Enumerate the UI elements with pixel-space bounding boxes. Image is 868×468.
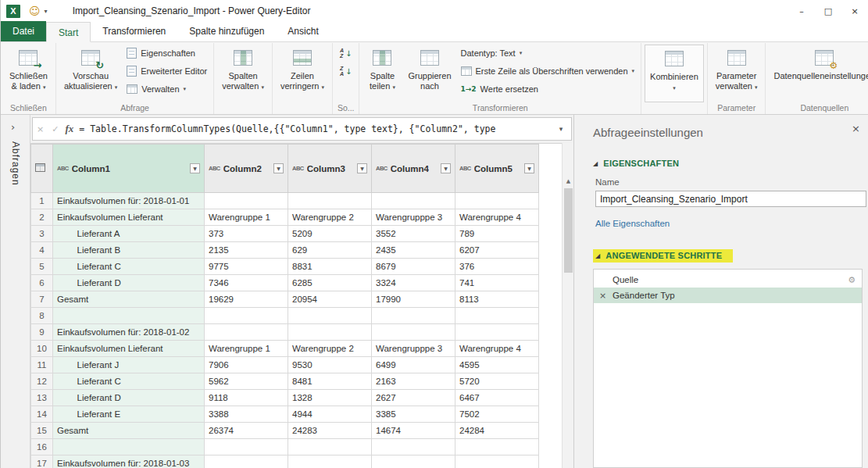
grid-cell[interactable]: 7502	[455, 406, 539, 423]
grid-cell[interactable]: Warengruppe 4	[455, 341, 539, 357]
split-column-button[interactable]: Spalte teilen ▾	[363, 45, 402, 102]
feedback-smiley-icon[interactable]: ☺	[29, 5, 41, 16]
column-header-column2[interactable]: ABCColumn2▼	[205, 145, 288, 193]
grid-cell[interactable]: 3324	[372, 275, 455, 291]
grid-cell[interactable]	[288, 455, 372, 468]
grid-cell[interactable]: 2435	[372, 242, 455, 259]
grid-cell[interactable]: 6467	[455, 390, 539, 406]
row-number[interactable]: 9	[31, 324, 53, 341]
filter-dropdown-icon[interactable]: ▼	[524, 163, 534, 173]
tab-ansicht[interactable]: Ansicht	[276, 21, 330, 41]
grid-cell[interactable]	[455, 455, 539, 468]
applied-step[interactable]: Quelle⚙	[594, 272, 862, 288]
all-properties-link[interactable]: Alle Eigenschaften	[574, 219, 868, 228]
grid-cell[interactable]: Lieferant D	[53, 390, 205, 406]
row-number[interactable]: 15	[31, 423, 53, 439]
grid-cell[interactable]: Lieferant D	[53, 275, 205, 291]
grid-cell[interactable]	[205, 455, 288, 468]
grid-cell[interactable]: 20954	[288, 291, 372, 308]
vertical-scrollbar[interactable]: ▲	[562, 143, 573, 468]
refresh-preview-button[interactable]: ↻ Vorschau aktualisieren ▾	[59, 45, 122, 102]
grid-cell[interactable]: Warengruppe 2	[288, 209, 372, 226]
grid-cell[interactable]: 7906	[205, 357, 288, 373]
grid-cell[interactable]: 6285	[288, 275, 372, 291]
grid-cell[interactable]	[372, 455, 455, 468]
grid-cell[interactable]: 8113	[455, 291, 539, 308]
use-first-row-as-headers-button[interactable]: Erste Zeile als Überschriften verwenden …	[458, 63, 638, 80]
grid-cell[interactable]: 8679	[372, 259, 455, 275]
scroll-up-icon[interactable]: ▲	[563, 176, 574, 187]
row-number[interactable]: 17	[31, 455, 53, 468]
grid-cell[interactable]	[288, 308, 372, 324]
grid-cell[interactable]: 5720	[455, 373, 539, 390]
grid-cell[interactable]: Warengrupppe 3	[372, 341, 455, 357]
minimize-button[interactable]: –	[788, 0, 815, 22]
scrollbar-thumb[interactable]	[564, 188, 573, 273]
row-number[interactable]: 11	[31, 357, 53, 373]
queries-pane-label[interactable]: Abfragen	[10, 141, 21, 186]
grid-cell[interactable]	[372, 193, 455, 209]
grid-cell[interactable]: 789	[455, 226, 539, 242]
row-number[interactable]: 2	[31, 209, 53, 226]
grid-cell[interactable]: 3552	[372, 226, 455, 242]
grid-cell[interactable]: 8481	[288, 373, 372, 390]
close-and-load-button[interactable]: → Schließen & laden ▾	[5, 45, 52, 102]
applied-step[interactable]: ×Geänderter Typ	[594, 288, 862, 303]
grid-cell[interactable]: 373	[205, 226, 288, 242]
grid-cell[interactable]: 24284	[455, 423, 539, 439]
grid-cell[interactable]: Lieferant C	[53, 373, 205, 390]
grid-cell[interactable]	[205, 308, 288, 324]
manage-parameters-button[interactable]: Parameter verwalten ▾	[711, 45, 763, 102]
grid-cell[interactable]	[53, 439, 205, 455]
column-header-column3[interactable]: ABCColumn3▼	[288, 145, 372, 193]
grid-cell[interactable]: 14674	[372, 423, 455, 439]
row-number[interactable]: 1	[31, 193, 53, 209]
grid-cell[interactable]: Warengruppe 4	[455, 209, 539, 226]
grid-cell[interactable]	[288, 324, 372, 341]
grid-cell[interactable]: 1328	[288, 390, 372, 406]
grid-cell[interactable]: 3385	[372, 406, 455, 423]
grid-cell[interactable]: Lieferant A	[53, 226, 205, 242]
grid-cell[interactable]	[205, 324, 288, 341]
grid-cell[interactable]: 26374	[205, 423, 288, 439]
expand-queries-pane-icon[interactable]: ›	[11, 121, 15, 133]
filter-dropdown-icon[interactable]: ▼	[441, 163, 451, 173]
filter-dropdown-icon[interactable]: ▼	[273, 163, 284, 173]
grid-cell[interactable]: Lieferant J	[53, 357, 205, 373]
row-number[interactable]: 5	[31, 259, 53, 275]
grid-cell[interactable]: 9775	[205, 259, 288, 275]
column-type-icon[interactable]: ABC	[57, 165, 69, 172]
grid-cell[interactable]: Gesamt	[53, 291, 205, 308]
grid-cell[interactable]: Einkaufsvolumen Lieferant	[53, 341, 205, 357]
grid-cell[interactable]: 629	[288, 242, 372, 259]
grid-cell[interactable]: 19629	[205, 291, 288, 308]
grid-cell[interactable]: 741	[455, 275, 539, 291]
grid-cell[interactable]	[205, 439, 288, 455]
cancel-formula-icon[interactable]: ×	[33, 124, 48, 134]
grid-cell[interactable]: Warengruppe 1	[205, 209, 288, 226]
grid-cell[interactable]: Einkaufsvolumen Lieferant	[53, 209, 205, 226]
row-number[interactable]: 13	[31, 390, 53, 406]
grid-cell[interactable]: 6499	[372, 357, 455, 373]
close-button[interactable]: ×	[841, 0, 868, 22]
grid-cell[interactable]: 8831	[288, 259, 372, 275]
grid-cell[interactable]: 17990	[372, 291, 455, 308]
properties-section-header[interactable]: ◢ EIGENSCHAFTEN	[574, 159, 868, 168]
grid-cell[interactable]: 4595	[455, 357, 539, 373]
row-number[interactable]: 7	[31, 291, 53, 308]
step-settings-gear-icon[interactable]: ⚙	[848, 275, 855, 285]
row-number[interactable]: 6	[31, 275, 53, 291]
column-header-column5[interactable]: ABCColumn5▼	[455, 145, 539, 193]
grid-cell[interactable]: 376	[455, 259, 539, 275]
tab-datei[interactable]: Datei	[1, 21, 46, 41]
grid-cell[interactable]: Einkaufsvolumen für: 2018-01-03	[53, 455, 205, 468]
grid-cell[interactable]	[288, 439, 372, 455]
grid-cell[interactable]	[205, 193, 288, 209]
grid-cell[interactable]: 24283	[288, 423, 372, 439]
manage-columns-button[interactable]: Spalten verwalten ▾	[217, 45, 269, 102]
tab-transformieren[interactable]: Transformieren	[91, 21, 177, 41]
query-name-input[interactable]	[595, 191, 866, 207]
column-type-icon[interactable]: ABC	[376, 165, 388, 172]
grid-cell[interactable]: Warengrupppe 3	[372, 209, 455, 226]
row-number[interactable]: 10	[31, 341, 53, 357]
